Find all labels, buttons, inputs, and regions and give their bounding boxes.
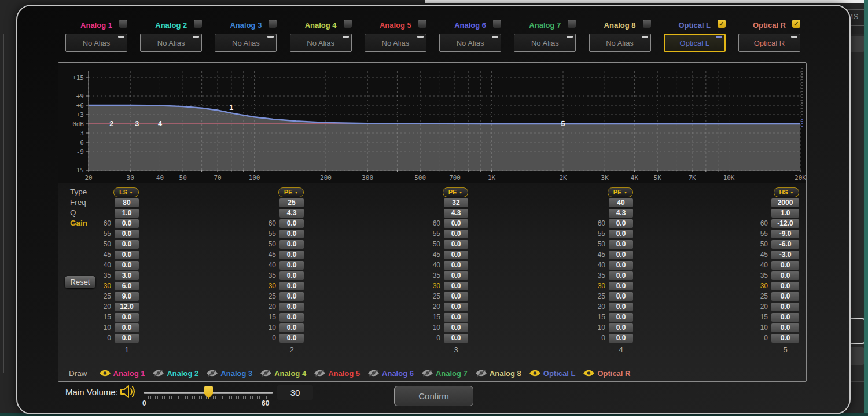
band-4-gain-field-55[interactable]: 0.0	[609, 230, 633, 238]
band-2-gain-field-15[interactable]: 0.0	[279, 313, 304, 322]
channel-label-analog-6[interactable]: Analog 6	[439, 21, 501, 30]
channel-label-analog-8[interactable]: Analog 8	[589, 21, 651, 30]
band-2-gain-field-50[interactable]: 0.0	[279, 240, 304, 249]
band-1-gain-field-0[interactable]: 0.0	[115, 334, 139, 343]
band-5-gain-field-15[interactable]: 0.0	[771, 313, 799, 322]
alias-field-analog-8[interactable]: No Alias	[589, 34, 651, 52]
band-2-gain-field-60[interactable]: 0.0	[279, 219, 304, 228]
reset-button[interactable]: Reset	[65, 276, 95, 288]
channel-checkbox-analog-5[interactable]	[418, 20, 426, 28]
band-4-freq-field[interactable]: 40	[609, 198, 633, 207]
band-4-gain-field-45[interactable]: 0.0	[609, 251, 633, 259]
band-3-gain-field-20[interactable]: 0.0	[444, 303, 468, 311]
band-3-gain-field-35[interactable]: 0.0	[444, 271, 468, 280]
band-1-freq-field[interactable]: 80	[115, 198, 139, 207]
band-5-gain-field-35[interactable]: 0.0	[771, 271, 799, 280]
band-5-gain-field-10[interactable]: 0.0	[771, 323, 799, 332]
band-2-gain-field-45[interactable]: 0.0	[279, 251, 304, 259]
band-2-q-field[interactable]: 4.3	[279, 209, 304, 218]
band-3-gain-field-50[interactable]: 0.0	[444, 240, 468, 249]
band-1-gain-field-40[interactable]: 0.0	[115, 261, 139, 270]
channel-checkbox-optical-r[interactable]: ✓	[792, 20, 800, 28]
confirm-button[interactable]: Confirm	[394, 386, 473, 406]
channel-label-analog-4[interactable]: Analog 4	[290, 21, 352, 30]
band-5-gain-field-55[interactable]: -9.0	[771, 230, 799, 238]
draw-toggle-analog-6[interactable]: Analog 6	[367, 369, 414, 378]
band-5-q-field[interactable]: 1.0	[771, 209, 799, 218]
channel-label-analog-7[interactable]: Analog 7	[514, 21, 576, 30]
band-3-gain-field-30[interactable]: 0.0	[444, 282, 468, 290]
channel-checkbox-analog-1[interactable]	[119, 20, 127, 28]
channel-label-optical-r[interactable]: Optical R	[738, 21, 800, 30]
band-1-gain-field-35[interactable]: 3.0	[115, 271, 139, 280]
band-5-freq-field[interactable]: 2000	[771, 198, 799, 207]
band-4-type-dropdown[interactable]: PE▼	[608, 187, 633, 197]
alias-field-analog-3[interactable]: No Alias	[215, 34, 277, 52]
band-3-type-dropdown[interactable]: PE▼	[443, 187, 468, 197]
band-2-gain-field-25[interactable]: 0.0	[279, 292, 304, 301]
channel-label-analog-2[interactable]: Analog 2	[140, 21, 202, 30]
band-4-gain-field-15[interactable]: 0.0	[609, 313, 633, 322]
alias-field-analog-6[interactable]: No Alias	[439, 34, 501, 52]
channel-label-analog-5[interactable]: Analog 5	[365, 21, 426, 30]
band-3-q-field[interactable]: 4.3	[444, 209, 468, 218]
draw-toggle-analog-1[interactable]: Analog 1	[99, 369, 145, 378]
channel-label-analog-1[interactable]: Analog 1	[65, 21, 127, 30]
alias-field-analog-7[interactable]: No Alias	[514, 34, 576, 52]
draw-toggle-optical-r[interactable]: Optical R	[583, 369, 630, 378]
band-2-gain-field-10[interactable]: 0.0	[279, 323, 304, 332]
draw-toggle-analog-2[interactable]: Analog 2	[152, 369, 198, 378]
band-5-gain-field-60[interactable]: -12.0	[771, 219, 799, 228]
band-5-gain-field-0[interactable]: 0.0	[771, 334, 799, 343]
band-2-type-dropdown[interactable]: PE▼	[278, 187, 304, 197]
band-5-gain-field-40[interactable]: 0.0	[771, 261, 799, 270]
channel-checkbox-analog-8[interactable]	[643, 20, 651, 28]
band-1-gain-field-20[interactable]: 12.0	[115, 303, 139, 311]
alias-field-optical-r[interactable]: Optical R	[738, 34, 800, 52]
draw-toggle-analog-5[interactable]: Analog 5	[314, 369, 360, 378]
band-1-type-dropdown[interactable]: LS▼	[113, 187, 139, 197]
band-3-gain-field-45[interactable]: 0.0	[444, 251, 468, 259]
band-4-q-field[interactable]: 4.3	[609, 209, 633, 218]
channel-checkbox-analog-6[interactable]	[493, 20, 501, 28]
band-3-gain-field-15[interactable]: 0.0	[444, 313, 468, 322]
channel-checkbox-optical-l[interactable]: ✓	[718, 20, 726, 28]
band-1-gain-field-60[interactable]: 0.0	[115, 219, 139, 228]
band-2-gain-field-55[interactable]: 0.0	[279, 230, 304, 238]
band-2-gain-field-30[interactable]: 0.0	[279, 282, 304, 290]
band-4-gain-field-30[interactable]: 0.0	[609, 282, 633, 290]
band-3-gain-field-25[interactable]: 0.0	[444, 292, 468, 301]
alias-field-analog-2[interactable]: No Alias	[140, 34, 202, 52]
band-3-gain-field-60[interactable]: 0.0	[444, 219, 468, 228]
band-2-freq-field[interactable]: 25	[279, 198, 304, 207]
band-4-gain-field-25[interactable]: 0.0	[609, 292, 633, 301]
band-1-gain-field-45[interactable]: 0.0	[115, 251, 139, 259]
band-3-freq-field[interactable]: 32	[444, 198, 468, 207]
band-1-gain-field-30[interactable]: 6.0	[115, 282, 139, 290]
draw-toggle-analog-3[interactable]: Analog 3	[206, 369, 252, 378]
channel-checkbox-analog-3[interactable]	[269, 20, 277, 28]
band-5-gain-field-20[interactable]: 0.0	[771, 303, 799, 311]
draw-toggle-analog-4[interactable]: Analog 4	[260, 369, 306, 378]
band-2-gain-field-35[interactable]: 0.0	[279, 271, 304, 280]
alias-field-analog-5[interactable]: No Alias	[365, 34, 426, 52]
band-1-gain-field-25[interactable]: 9.0	[115, 292, 139, 301]
alias-field-analog-1[interactable]: No Alias	[65, 34, 127, 52]
band-1-q-field[interactable]: 1.0	[115, 209, 139, 218]
band-4-gain-field-50[interactable]: 0.0	[609, 240, 633, 249]
alias-field-optical-l[interactable]: Optical L	[664, 34, 726, 52]
draw-toggle-analog-7[interactable]: Analog 7	[421, 369, 468, 378]
band-5-gain-field-25[interactable]: 0.0	[771, 292, 799, 301]
band-4-gain-field-60[interactable]: 0.0	[609, 219, 633, 228]
band-2-gain-field-20[interactable]: 0.0	[279, 303, 304, 311]
draw-toggle-optical-l[interactable]: Optical L	[529, 369, 576, 378]
band-2-gain-field-0[interactable]: 0.0	[279, 334, 304, 343]
band-1-gain-field-55[interactable]: 0.0	[115, 230, 139, 238]
frequency-response-graph[interactable]: +15+9+6+30dB-3-6-9-152030405070100200300…	[58, 63, 806, 183]
band-3-gain-field-40[interactable]: 0.0	[444, 261, 468, 270]
channel-checkbox-analog-4[interactable]	[344, 20, 352, 28]
band-4-gain-field-0[interactable]: 0.0	[609, 334, 633, 343]
band-1-gain-field-10[interactable]: 0.0	[115, 323, 139, 332]
band-4-gain-field-10[interactable]: 0.0	[609, 323, 633, 332]
band-4-gain-field-35[interactable]: 0.0	[609, 271, 633, 280]
